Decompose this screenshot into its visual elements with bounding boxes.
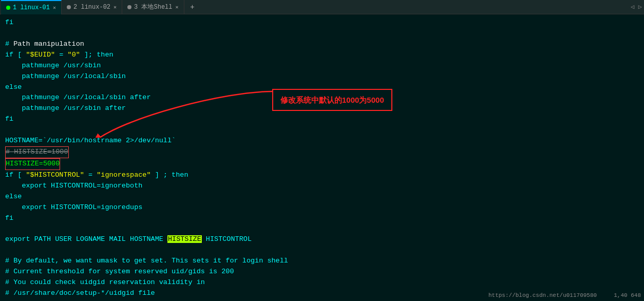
line-if-histcontrol: if [ "$HISTCONTROL" = "ignorespace" ] ; … — [5, 170, 639, 181]
tab-label-3: 3 本地Shell — [134, 3, 172, 11]
line-path-comment: # Path manipulation — [5, 39, 639, 50]
tab-dot-1 — [6, 6, 10, 10]
tab-bar: 1 linux-01 ✕ 2 linux-02 ✕ 3 本地Shell ✕ + … — [0, 0, 644, 14]
tab-close-1[interactable]: ✕ — [53, 5, 56, 11]
line-comment-threshold: # Current threshold for system reserved … — [5, 267, 639, 277]
blog-url: https://blog.csdn.net/u011709580 — [488, 292, 597, 298]
line-histsize-comment: # HISTSIZE=1000 — [5, 146, 639, 158]
line-empty-4 — [5, 245, 639, 256]
tab-dot-3 — [127, 5, 131, 9]
line-fi-2: fi — [5, 114, 639, 125]
line-hostname: HOSTNAME=`/usr/bin/hostrname 2>/dev/null… — [5, 136, 639, 146]
line-pathmunge2: pathmunge /usr/local/sbin — [5, 71, 639, 82]
line-empty-3 — [5, 224, 639, 235]
line-fi-1: fi — [5, 17, 639, 28]
annotation-box: 修改系统中默认的1000为5000 — [272, 89, 392, 111]
tab-add-button[interactable]: + — [186, 1, 199, 13]
line-empty-2 — [5, 125, 639, 136]
tab-linux01[interactable]: 1 linux-01 ✕ — [1, 0, 62, 14]
line-pathmunge1: pathmunge /usr/sbin — [5, 61, 639, 71]
histsize-highlight: HISTSIZE — [167, 235, 202, 243]
tab-label-2: 2 linux-02 — [73, 4, 110, 11]
tab-label-1: 1 linux-01 — [13, 4, 50, 11]
tab-local-shell[interactable]: 3 本地Shell ✕ — [122, 0, 184, 14]
tab-dot-2 — [67, 5, 71, 9]
line-comment-umask: # By default, we want umask to get set. … — [5, 256, 639, 267]
line-export-histcontrol-both: export HISTCONTROL=ignoreboth — [5, 181, 639, 192]
tab-close-3[interactable]: ✕ — [176, 4, 179, 10]
tab-close-2[interactable]: ✕ — [113, 4, 117, 10]
line-export-path: export PATH USER LOGNAME MAIL HOSTNAME H… — [5, 234, 639, 245]
cursor-pos: 1,40 648 — [614, 292, 641, 298]
status-bar: https://blog.csdn.net/u011709580 1,40 64… — [485, 290, 644, 301]
line-histsize-new: HISTSIZE=5000 — [5, 158, 639, 170]
terminal-area: fi # Path manipulation if [ "$EUID" = "0… — [0, 14, 644, 301]
line-comment-uidgid: # You could check uidgid reservation val… — [5, 277, 639, 288]
line-if-euid: if [ "$EUID" = "0" ]; then — [5, 50, 639, 61]
nav-arrows[interactable]: ◁ ▷ — [631, 3, 644, 11]
line-fi-3: fi — [5, 213, 639, 224]
line-export-histcontrol-dups: export HISTCONTROL=ignoredups — [5, 202, 639, 213]
line-else2: else — [5, 192, 639, 202]
tab-linux02[interactable]: 2 linux-02 ✕ — [62, 0, 122, 14]
line-empty-1 — [5, 28, 639, 39]
